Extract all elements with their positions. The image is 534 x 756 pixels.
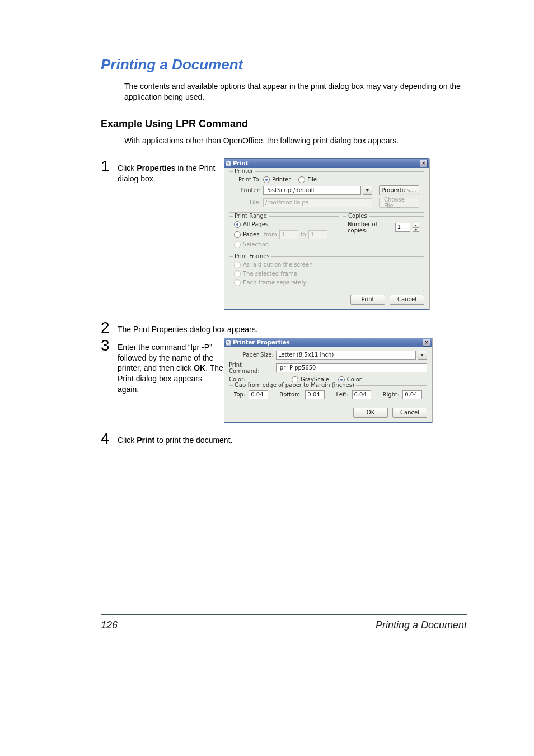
dropdown-icon[interactable] <box>418 351 427 360</box>
frames-a-radio <box>234 262 241 268</box>
footer-title: Printing a Document <box>376 619 467 631</box>
step-text-bold: Properties <box>137 164 175 172</box>
paper-size-select[interactable]: Letter (8.5x11 inch) <box>276 351 416 360</box>
print-frames-group: Print Frames As laid out on the screen T… <box>229 256 424 291</box>
page-footer: 126 Printing a Document <box>101 614 467 631</box>
print-range-group: Print Range All Pages Pages from 1 to <box>229 216 339 253</box>
left-input[interactable]: 0.04 <box>352 390 372 399</box>
margin-group: Gap from edge of paper to Margin (inches… <box>229 385 427 404</box>
top-input[interactable]: 0.04 <box>249 390 268 399</box>
choose-file-button: Choose File.... <box>379 198 419 208</box>
step-text: Click Print to print the document. <box>118 431 467 446</box>
step-number: 1 <box>101 158 118 174</box>
file-radio-label: File <box>307 176 317 183</box>
group-legend: Gap from edge of paper to Margin (inches… <box>233 382 356 388</box>
frames-a-label: As laid out on the screen <box>243 262 312 268</box>
step-4: 4 Click Print to print the document. <box>101 431 467 446</box>
step-number: 4 <box>101 431 118 446</box>
frames-c-radio <box>234 279 241 286</box>
group-legend: Printer <box>233 168 255 174</box>
close-icon[interactable]: × <box>420 160 428 167</box>
bottom-label: Bottom: <box>279 391 302 398</box>
step-number: 3 <box>101 338 118 353</box>
file-path-input: /root/mozilla.ps <box>263 198 372 207</box>
copies-label: Number of copies: <box>348 221 393 234</box>
step-number: 2 <box>101 320 118 335</box>
print-to-label: Print To: <box>234 176 261 183</box>
dialog-titlebar: v Printer Properties × <box>224 338 432 347</box>
step-2: 2 The Print Properties dialog box appear… <box>101 320 467 335</box>
window-menu-icon[interactable]: v <box>226 161 231 166</box>
step-text-part: Click <box>118 436 137 445</box>
from-input: 1 <box>279 230 298 239</box>
dialog-titlebar: v Print × <box>224 159 429 168</box>
ok-button[interactable]: OK <box>353 408 388 418</box>
pages-radio[interactable] <box>234 231 241 238</box>
left-label: Left: <box>336 391 348 398</box>
copies-group: Copies Number of copies: 1 <box>343 216 424 253</box>
from-label: from <box>264 231 277 237</box>
printer-properties-dialog: v Printer Properties × Paper Size: Lette… <box>224 338 432 423</box>
properties-button[interactable]: Properties.... <box>379 185 419 195</box>
group-legend: Print Frames <box>233 253 271 259</box>
group-legend: Copies <box>346 213 369 219</box>
paper-size-label: Paper Size: <box>229 352 274 358</box>
to-input: 1 <box>308 230 327 239</box>
group-legend: Print Range <box>233 213 269 219</box>
print-command-input[interactable]: lpr -P pp5650 <box>276 363 427 372</box>
dialog-title: Print <box>233 160 249 166</box>
printer-radio-label: Printer <box>272 176 291 183</box>
selection-radio <box>234 241 241 248</box>
subintro-text: With applications other than OpenOffice,… <box>124 136 467 146</box>
frames-c-label: Each frame separately <box>243 279 306 286</box>
printer-select[interactable]: PostScript/default <box>263 186 361 195</box>
printer-group: Printer Print To: Printer File Printer: … <box>229 171 424 213</box>
step-text: Enter the command “lpr -P” followed by t… <box>118 338 224 395</box>
frames-b-radio <box>234 270 241 277</box>
intro-text: The contents and available options that … <box>124 81 467 102</box>
bottom-input[interactable]: 0.04 <box>305 390 325 399</box>
print-dialog: v Print × Printer Print To: Printer <box>224 158 429 310</box>
top-label: Top: <box>234 391 245 398</box>
right-input[interactable]: 0.04 <box>402 390 422 399</box>
file-radio[interactable] <box>298 176 305 183</box>
frames-b-label: The selected frame <box>243 270 297 277</box>
step-text-part: Click <box>118 164 137 172</box>
step-text-part: to print the document. <box>154 436 232 445</box>
copies-spinner[interactable] <box>413 223 419 232</box>
page-heading: Printing a Document <box>101 56 467 73</box>
window-menu-icon[interactable]: v <box>226 340 231 346</box>
file-label: File: <box>234 199 261 206</box>
step-text: Click Properties in the Print dialog box… <box>118 158 224 184</box>
selection-label: Selection <box>243 241 269 248</box>
subheading: Example Using LPR Command <box>101 118 467 130</box>
cancel-button[interactable]: Cancel <box>390 295 424 305</box>
copies-input[interactable]: 1 <box>395 223 410 232</box>
pages-label: Pages <box>243 231 259 237</box>
printer-label: Printer: <box>234 187 261 193</box>
step-text-bold: Print <box>137 436 154 445</box>
page-number: 126 <box>101 619 118 631</box>
cancel-button[interactable]: Cancel <box>392 408 427 418</box>
all-pages-radio[interactable] <box>234 221 241 228</box>
dialog-title: Printer Properties <box>233 339 290 346</box>
step-1: 1 Click Properties in the Print dialog b… <box>101 158 224 184</box>
print-button[interactable]: Print <box>350 295 385 305</box>
step-text-bold: OK <box>194 363 205 372</box>
dropdown-icon[interactable] <box>363 186 372 195</box>
print-command-label: Print Command: <box>229 362 274 374</box>
to-label: to <box>301 231 306 237</box>
step-text: The Print Properties dialog box appears. <box>118 320 467 335</box>
step-3: 3 Enter the command “lpr -P” followed by… <box>101 338 224 395</box>
right-label: Right: <box>383 391 400 398</box>
close-icon[interactable]: × <box>423 339 430 347</box>
printer-radio[interactable] <box>263 176 270 183</box>
all-pages-label: All Pages <box>243 221 268 227</box>
